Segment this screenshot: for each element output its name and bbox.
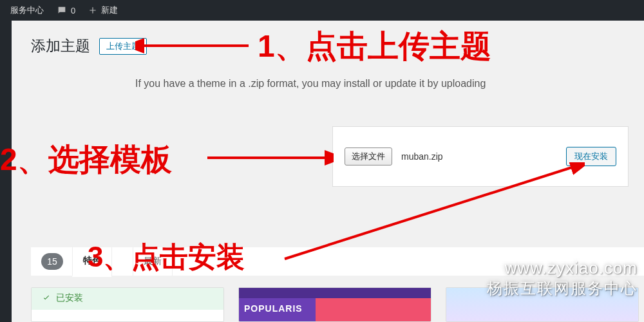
svg-line-2 <box>285 166 576 259</box>
toolbar-new[interactable]: 新建 <box>82 0 124 21</box>
theme-card-topbar <box>239 288 431 298</box>
theme-card-generic[interactable] <box>446 287 639 322</box>
annotation-step-3: 3、点击安装 <box>88 238 245 276</box>
page-title: 添加主题 <box>31 36 90 56</box>
installed-label-text: 已安装 <box>56 292 83 304</box>
installed-badge: 已安装 <box>42 292 83 304</box>
annotation-step-1: 1、点击上传主题 <box>258 26 491 67</box>
check-icon <box>42 294 51 303</box>
toolbar-service-center-label: 服务中心 <box>10 5 44 16</box>
chosen-filename: muban.zip <box>401 151 443 162</box>
toolbar-comments[interactable]: 0 <box>50 0 82 21</box>
theme-thumbnails: 已安装 POPULARIS <box>31 287 644 322</box>
toolbar-comments-count: 0 <box>71 6 75 15</box>
theme-card-brand: POPULARIS <box>244 303 303 314</box>
theme-count-badge: 15 <box>41 253 63 270</box>
annotation-step-2: 2、选择模板 <box>0 139 172 180</box>
theme-card-installed[interactable]: 已安装 <box>31 287 224 322</box>
toolbar-new-label: 新建 <box>101 5 118 16</box>
plus-icon <box>88 6 97 15</box>
admin-toolbar: 服务中心 0 新建 <box>0 0 644 21</box>
theme-card-popularis[interactable]: POPULARIS <box>238 287 431 322</box>
arrow-1-icon <box>135 36 251 55</box>
upload-hint-text: If you have a theme in a .zip format, yo… <box>13 62 644 109</box>
arrow-3-icon <box>282 162 585 265</box>
comment-icon <box>57 5 67 15</box>
toolbar-service-center[interactable]: 服务中心 <box>4 0 50 21</box>
